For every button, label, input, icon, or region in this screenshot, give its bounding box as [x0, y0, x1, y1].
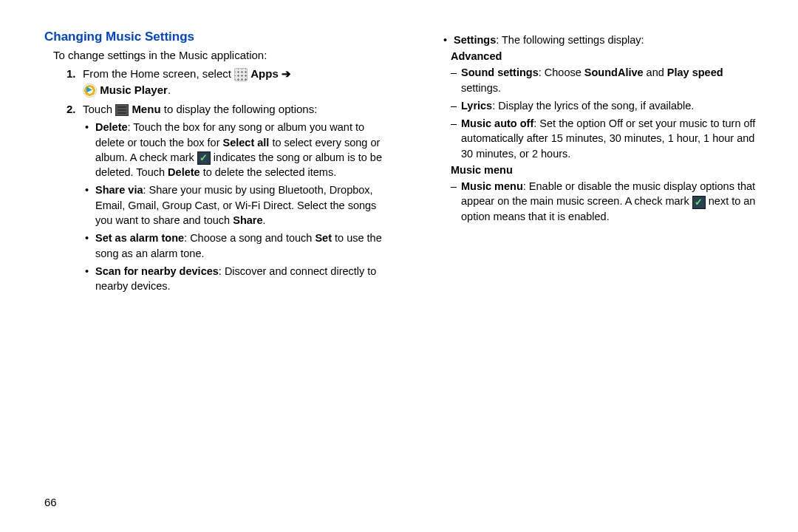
term: Sound settings [461, 66, 539, 78]
term: Settings [454, 34, 496, 46]
t: Menu [132, 103, 160, 115]
text: to display the following options: [164, 103, 318, 115]
dash-body: Sound settings: Choose SoundAlive and Pl… [461, 65, 761, 95]
term: Delete [95, 121, 128, 133]
bullet-body: Delete: Touch the box for any song or al… [95, 120, 384, 180]
dash-mark: – [451, 116, 461, 161]
bullet-share: • Share via: Share your music by using B… [85, 183, 384, 228]
bullet-dot: • [443, 33, 454, 47]
music-player-icon [83, 83, 97, 98]
step-body: From the Home screen, select Apps ➔ Musi… [83, 66, 384, 98]
bullet-settings: • Settings: The following settings displ… [443, 33, 761, 47]
step-number: 1. [66, 66, 83, 98]
step-number: 2. [66, 101, 83, 117]
menu-label: Menu [132, 103, 160, 115]
dash-sound: – Sound settings: Choose SoundAlive and … [451, 65, 761, 95]
set-label: Set [315, 232, 332, 244]
dash-lyrics: – Lyrics: Display the lyrics of the song… [451, 98, 761, 113]
dash-body: Lyrics: Display the lyrics of the song, … [461, 98, 761, 113]
dash-mark: – [451, 65, 461, 95]
term: Lyrics [461, 100, 492, 112]
term: Set as alarm tone [95, 232, 184, 244]
right-column: • Settings: The following settings displ… [421, 30, 761, 297]
dash-mark: – [451, 98, 461, 113]
text: : Choose a song and touch [184, 232, 315, 244]
term: Music menu [461, 180, 523, 192]
bullet-dot: • [85, 264, 95, 294]
bullet-body: Share via: Share your music by using Blu… [95, 183, 384, 228]
bullet-delete: • Delete: Touch the box for any song or … [85, 120, 384, 180]
arrow-icon: ➔ [282, 67, 291, 80]
apps-label: Apps [250, 67, 279, 80]
dash-body: Music menu: Enable or disable the music … [461, 179, 761, 224]
text: : Display the lyrics of the song, if ava… [492, 100, 694, 112]
step-1: 1. From the Home screen, select Apps ➔ M… [66, 66, 384, 98]
text: settings. [461, 82, 501, 94]
term: Share via [95, 184, 143, 196]
bullet-body: Scan for nearby devices: Discover and co… [95, 264, 384, 294]
step-body: Touch Menu to display the following opti… [83, 101, 384, 117]
left-column: Changing Music Settings To change settin… [44, 30, 384, 297]
text: to delete the selected items. [200, 166, 337, 178]
t: Apps [250, 67, 279, 80]
dot: . [168, 83, 171, 96]
bullet-dot: • [85, 231, 95, 261]
playspeed-label: Play speed [667, 66, 723, 78]
bullet-scan: • Scan for nearby devices: Discover and … [85, 264, 384, 294]
text: From the Home screen, select [83, 67, 234, 80]
dash-list-advanced: – Sound settings: Choose SoundAlive and … [451, 65, 761, 161]
music-player-label: Music Player [100, 83, 168, 96]
delete-label: Delete [168, 166, 200, 178]
term: Scan for nearby devices [95, 265, 219, 277]
apps-icon [234, 68, 248, 81]
bullet-alarm: • Set as alarm tone: Choose a song and t… [85, 231, 384, 261]
dash-auto-off: – Music auto off: Set the option Off or … [451, 116, 761, 161]
bullet-body: Set as alarm tone: Choose a song and tou… [95, 231, 384, 261]
step-2: 2. Touch Menu to display the following o… [66, 101, 384, 117]
dash-body: Music auto off: Set the option Off or se… [461, 116, 761, 161]
t: Music Player [100, 83, 168, 96]
page-content: Changing Music Settings To change settin… [0, 0, 798, 312]
text: and [644, 66, 667, 78]
text: Touch [83, 103, 115, 115]
checkmark-icon [692, 196, 706, 209]
share-label: Share [233, 214, 262, 226]
subhead-advanced: Advanced [451, 50, 761, 62]
dash-music-menu: – Music menu: Enable or disable the musi… [451, 179, 761, 224]
bullet-dot: • [85, 183, 95, 228]
text: : The following settings display: [496, 34, 644, 46]
select-all-label: Select all [223, 137, 270, 149]
soundalive-label: SoundAlive [584, 66, 644, 78]
section-heading: Changing Music Settings [44, 30, 384, 44]
text: : Choose [539, 66, 584, 78]
term: Music auto off [461, 117, 533, 129]
dash-list-music-menu: – Music menu: Enable or disable the musi… [451, 179, 761, 224]
subhead-music-menu: Music menu [451, 164, 761, 176]
bullet-body: Settings: The following settings display… [454, 33, 761, 47]
checkmark-icon [197, 151, 211, 165]
page-number: 66 [44, 496, 57, 508]
text: . [263, 214, 266, 226]
bullet-dot: • [85, 120, 95, 180]
menu-icon [115, 104, 129, 116]
intro-text: To change settings in the Music applicat… [53, 49, 384, 61]
dash-mark: – [451, 179, 461, 224]
